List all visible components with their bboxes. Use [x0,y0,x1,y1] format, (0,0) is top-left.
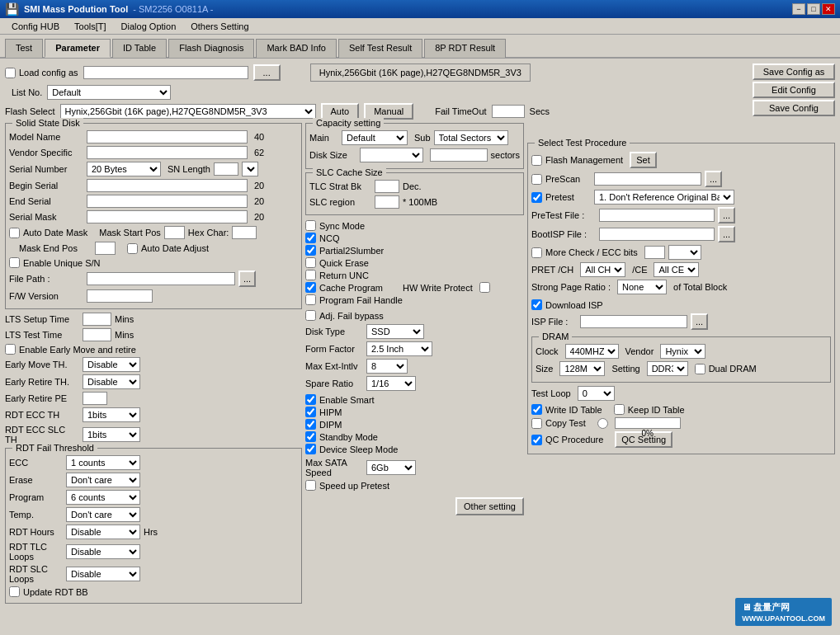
hex-char-input[interactable] [232,226,257,239]
isp-file-btn[interactable]: ... [691,313,708,330]
boot-isp-file-input[interactable]: BootISP2256.bin [599,228,715,241]
hw-write-protect-checkbox[interactable] [479,282,490,293]
tlc-strat-bk-input[interactable]: 0 [375,180,399,193]
disk-type-select[interactable]: SSD [366,324,424,339]
sn-length-dropdown[interactable] [242,162,258,176]
minimize-button[interactable]: − [792,3,805,15]
rdt-program-select[interactable]: 6 counts [66,490,140,505]
tab-test[interactable]: Test [5,39,43,58]
tab-flash-diagnosis[interactable]: Flash Diagnosis [168,39,254,58]
pretest-select[interactable]: 1. Don't Reference Original Bad [594,190,734,205]
lts-setup-input[interactable]: 70 [83,313,111,326]
flash-mgmt-set-btn[interactable]: Set [630,152,657,168]
clock-select[interactable]: 440MHZ [565,344,619,359]
download-isp-checkbox[interactable] [531,299,542,310]
qc-procedure-checkbox[interactable] [531,435,542,445]
load-config-browse-btn[interactable]: ... [253,64,281,81]
test-loop-select[interactable]: 0 [578,386,615,401]
return-unc-checkbox[interactable] [305,270,316,280]
device-sleep-mode-checkbox[interactable] [305,444,316,454]
setting-select[interactable]: DDR3 [647,361,688,376]
maximize-button[interactable]: □ [807,3,820,15]
rdt-erase-select[interactable]: Don't care [66,473,140,487]
spare-ratio-select[interactable]: 1/16 [366,376,416,391]
tab-parameter[interactable]: Parameter [45,39,111,58]
rdt-temp-select[interactable]: Don't care [66,507,140,522]
copy-test-radio[interactable] [597,418,608,429]
rdt-tlc-loops-select[interactable]: Disable [66,544,140,559]
ce-ch-select[interactable]: All CE [654,262,699,277]
tab-id-table[interactable]: ID Table [112,39,167,58]
speed-up-pretest-checkbox[interactable] [305,480,316,491]
auto-date-mask-checkbox[interactable] [9,228,20,238]
sub-select[interactable]: Total Sectors [434,130,508,145]
menu-config-hub[interactable]: Config HUB [5,20,66,33]
dual-dram-checkbox[interactable] [695,364,706,374]
tab-8p-rdt-result[interactable]: 8P RDT Result [424,39,506,58]
early-retire-th-select[interactable]: Disable [83,374,140,389]
model-name-input[interactable]: taidian 120G [87,130,248,143]
max-sata-speed-select[interactable]: 6Gb [366,460,416,475]
flash-manual-btn[interactable]: Manual [364,103,413,120]
mask-start-pos-input[interactable]: 3 [164,226,185,239]
write-id-table-checkbox[interactable] [531,404,542,415]
update-rdt-bb-checkbox[interactable] [9,586,20,597]
load-config-checkbox[interactable] [5,68,16,78]
save-config-as-btn[interactable]: Save Config as [753,64,835,80]
file-path-btn[interactable]: ... [238,270,256,287]
max-ext-intlv-select[interactable]: 8 [366,359,408,374]
standby-mode-checkbox[interactable] [305,431,316,442]
early-retire-pe-input[interactable]: 0 [83,392,107,405]
size-select[interactable]: 128M [559,361,605,376]
early-move-th-select[interactable]: Disable [83,357,140,372]
isp-file-input[interactable]: ISP2256.bin [580,315,687,328]
list-no-select[interactable]: Default [47,85,171,100]
partial2slumber-checkbox[interactable] [305,245,316,256]
serial-num-select[interactable]: 20 Bytes [87,162,161,176]
enable-unique-sn-checkbox[interactable] [9,257,20,268]
strong-page-ratio-select[interactable]: None [617,280,667,294]
rdt-ecc-slc-th-select[interactable]: 1bits [83,427,140,442]
program-fail-handle-checkbox[interactable] [305,294,316,305]
keep-id-table-checkbox[interactable] [614,404,625,415]
rdt-ecc-select[interactable]: 1 counts [66,455,140,470]
pretest-file-btn[interactable]: ... [718,207,735,223]
slc-region-input[interactable]: 0 [375,195,399,209]
cache-program-checkbox[interactable] [305,282,316,293]
end-serial-input[interactable]: AA9999999999999999999 [87,195,248,208]
copy-test-checkbox[interactable] [531,418,542,429]
fail-timeout-input[interactable]: 600 [492,105,525,118]
vendor-dram-select[interactable]: Hynix [660,344,706,359]
enable-smart-checkbox[interactable] [305,394,316,405]
begin-serial-input[interactable]: AA00000000000001723 [87,179,248,192]
prescan-checkbox[interactable] [531,174,542,185]
more-check-checkbox[interactable] [531,247,542,258]
flash-auto-btn[interactable]: Auto [321,103,360,120]
tab-self-test-result[interactable]: Self Test Result [338,39,422,58]
hipm-checkbox[interactable] [305,407,316,417]
file-path-input[interactable] [87,272,235,285]
prescan-input[interactable] [594,172,701,186]
sn-length-input[interactable]: 20 [214,162,238,176]
more-check-input[interactable]: 0 [644,246,665,259]
pretest-file-input[interactable]: PTEST2256.bin [599,209,715,222]
boot-isp-file-btn[interactable]: ... [718,226,735,242]
rdt-hours-select[interactable]: Disable [66,524,140,539]
main-select[interactable]: Default [342,130,408,145]
enable-early-move-checkbox[interactable] [5,344,16,355]
serial-mask-input[interactable]: AA################ [87,210,248,223]
prescan-btn[interactable]: ... [705,171,722,187]
save-config-btn[interactable]: Save Config [753,100,835,116]
quick-erase-checkbox[interactable] [305,257,316,268]
flash-mgmt-checkbox[interactable] [531,155,542,166]
close-button[interactable]: ✕ [822,3,835,15]
load-config-input[interactable] [83,66,248,79]
fw-version-input[interactable] [87,289,153,303]
vendor-input[interactable]: taidian 120G [87,146,248,159]
sync-mode-checkbox[interactable] [305,220,316,231]
more-check-select[interactable] [668,245,701,260]
dipm-checkbox[interactable] [305,419,316,430]
ncq-checkbox[interactable] [305,233,316,243]
lts-test-input[interactable]: 110 [83,328,111,341]
edit-config-btn[interactable]: Edit Config [753,82,835,98]
